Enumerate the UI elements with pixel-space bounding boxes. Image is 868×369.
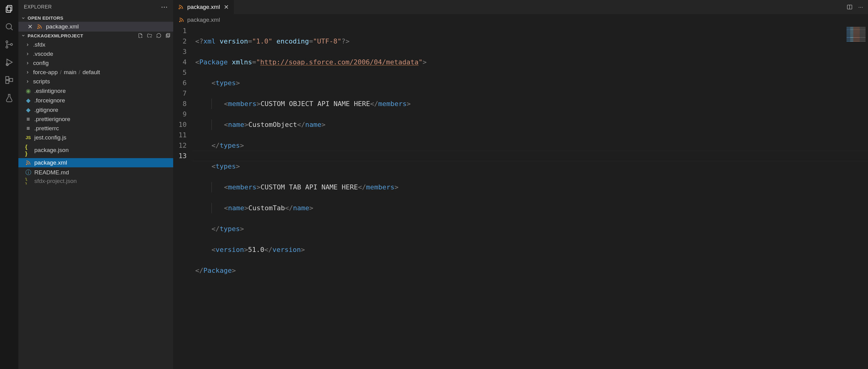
sidebar-title-row: EXPLORER ⋯ bbox=[19, 0, 173, 14]
svg-point-8 bbox=[6, 63, 8, 66]
tree-file[interactable]: ≡ .prettierrc bbox=[19, 124, 173, 133]
chevron-right-icon bbox=[25, 80, 30, 84]
chevron-down-icon bbox=[21, 16, 26, 20]
breadcrumb[interactable]: package.xml bbox=[173, 14, 868, 26]
tree-folder[interactable]: force-app / main / default bbox=[19, 68, 173, 77]
project-actions bbox=[137, 33, 171, 38]
svg-point-5 bbox=[6, 46, 8, 48]
tree-file[interactable]: ⓘ README.md bbox=[19, 167, 173, 178]
tree-file[interactable]: ◆ .gitignore bbox=[19, 105, 173, 115]
tree-item-label: README.md bbox=[34, 169, 69, 176]
tree-item-label: .vscode bbox=[33, 51, 53, 57]
tree-item-label: .gitignore bbox=[34, 106, 58, 114]
sidebar-more-icon[interactable]: ⋯ bbox=[161, 3, 168, 11]
activity-bar bbox=[0, 0, 19, 369]
line-gutter: 1 2 3 4 5 6 7 8 9 10 11 12 13 bbox=[173, 26, 195, 369]
svg-point-16 bbox=[26, 164, 27, 164]
file-tree: .sfdx .vscode config force-app / main / … bbox=[19, 39, 173, 185]
svg-rect-1 bbox=[6, 7, 11, 12]
run-debug-icon[interactable] bbox=[3, 56, 15, 68]
explorer-icon[interactable] bbox=[3, 3, 15, 15]
split-editor-icon[interactable] bbox=[846, 4, 853, 10]
project-label: PACKAGEXMLPROJECT bbox=[28, 33, 83, 38]
tree-file[interactable]: { } sfdx-project.json bbox=[19, 178, 173, 185]
open-editor-name: package.xml bbox=[46, 23, 79, 30]
tree-item-label: .sfdx bbox=[33, 41, 45, 48]
tab-bar: package.xml ✕ ⋯ bbox=[173, 0, 868, 14]
breadcrumb-label: package.xml bbox=[187, 17, 220, 23]
svg-point-17 bbox=[179, 8, 180, 9]
tree-folder[interactable]: .sfdx bbox=[19, 40, 173, 49]
tree-file[interactable]: ◆ .forceignore bbox=[19, 96, 173, 105]
new-file-icon[interactable] bbox=[137, 33, 143, 38]
current-line-highlight bbox=[192, 151, 868, 161]
text-file-icon: ≡ bbox=[25, 125, 31, 132]
close-icon[interactable]: ✕ bbox=[224, 3, 229, 11]
svg-point-12 bbox=[38, 28, 38, 29]
tree-file[interactable]: JS jest.config.js bbox=[19, 133, 173, 142]
xml-file-icon bbox=[179, 17, 184, 23]
svg-rect-0 bbox=[7, 5, 12, 11]
tree-folder[interactable]: config bbox=[19, 59, 173, 68]
svg-point-20 bbox=[180, 21, 180, 22]
collapse-all-icon[interactable] bbox=[165, 33, 171, 38]
svg-rect-11 bbox=[9, 79, 12, 82]
tree-item-label: package.xml bbox=[34, 159, 67, 166]
xml-file-icon bbox=[37, 24, 42, 29]
sidebar-title: EXPLORER bbox=[24, 4, 52, 10]
tree-item-label: .eslintignore bbox=[34, 88, 66, 94]
chevron-right-icon bbox=[25, 42, 30, 47]
text-file-icon: ≡ bbox=[25, 116, 31, 123]
svg-line-3 bbox=[11, 29, 13, 30]
tree-file[interactable]: { } package.json bbox=[19, 142, 173, 158]
json-file-icon: { } bbox=[25, 178, 31, 185]
gear-icon: ◉ bbox=[25, 87, 31, 94]
open-editors-label: OPEN EDITORS bbox=[28, 15, 63, 21]
tree-item-label: .forceignore bbox=[34, 97, 65, 104]
tree-item-label: .prettierignore bbox=[34, 116, 70, 123]
svg-point-4 bbox=[6, 41, 8, 42]
code-content[interactable]: <?xml version="1.0" encoding="UTF-8"?> <… bbox=[195, 26, 868, 369]
chevron-down-icon bbox=[21, 33, 26, 38]
project-header[interactable]: PACKAGEXMLPROJECT bbox=[19, 32, 173, 39]
svg-point-6 bbox=[10, 43, 12, 45]
js-file-icon: JS bbox=[25, 135, 31, 140]
tree-file[interactable]: package.xml bbox=[19, 158, 173, 167]
open-editor-item[interactable]: ✕ package.xml bbox=[19, 22, 173, 32]
minimap[interactable] bbox=[845, 26, 867, 43]
chevron-right-icon bbox=[25, 52, 30, 56]
chevron-right-icon bbox=[25, 61, 30, 65]
tree-item-label: scripts bbox=[33, 78, 50, 85]
extensions-icon[interactable] bbox=[3, 74, 15, 86]
new-folder-icon[interactable] bbox=[147, 33, 152, 38]
editor-tab[interactable]: package.xml ✕ bbox=[173, 0, 234, 14]
chevron-right-icon bbox=[25, 70, 30, 74]
tree-item-label: config bbox=[33, 60, 49, 66]
code-editor[interactable]: 1 2 3 4 5 6 7 8 9 10 11 12 13 <?xml vers… bbox=[173, 26, 868, 369]
close-icon[interactable]: ✕ bbox=[28, 23, 33, 30]
tree-item-label: sfdx-project.json bbox=[34, 178, 76, 185]
search-icon[interactable] bbox=[3, 21, 15, 32]
open-editors-header[interactable]: OPEN EDITORS bbox=[19, 14, 173, 22]
tree-file[interactable]: ≡ .prettierignore bbox=[19, 115, 173, 124]
tree-folder[interactable]: .vscode bbox=[19, 49, 173, 59]
diamond-icon: ◆ bbox=[25, 97, 31, 104]
xml-file-icon bbox=[25, 160, 31, 165]
tab-label: package.xml bbox=[187, 4, 220, 10]
refresh-icon[interactable] bbox=[156, 33, 161, 38]
tree-file[interactable]: ◉ .eslintignore bbox=[19, 86, 173, 96]
more-actions-icon[interactable]: ⋯ bbox=[858, 4, 863, 10]
testing-icon[interactable] bbox=[3, 92, 15, 103]
tree-folder[interactable]: scripts bbox=[19, 77, 173, 86]
json-file-icon: { } bbox=[25, 144, 31, 157]
tree-item-label: jest.config.js bbox=[34, 134, 66, 141]
editor-area: package.xml ✕ ⋯ package.xml 1 2 3 4 5 6 bbox=[173, 0, 868, 369]
tree-item-label: force-app / main / default bbox=[33, 69, 100, 76]
tree-item-label: package.json bbox=[34, 147, 69, 154]
explorer-sidebar: EXPLORER ⋯ OPEN EDITORS ✕ package.xml PA… bbox=[19, 0, 173, 369]
info-icon: ⓘ bbox=[25, 168, 31, 177]
svg-point-2 bbox=[6, 24, 12, 29]
diamond-icon: ◆ bbox=[25, 106, 31, 114]
source-control-icon[interactable] bbox=[3, 39, 15, 50]
tree-item-label: .prettierrc bbox=[34, 125, 59, 132]
